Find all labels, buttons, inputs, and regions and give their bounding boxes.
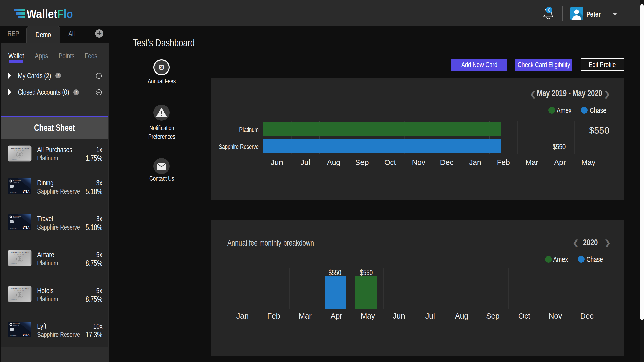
svg-text:VISA: VISA [23,190,30,193]
svg-text:PLATINUM: PLATINUM [15,149,25,151]
svg-text:RESERVE: RESERVE [13,217,19,219]
svg-text:AMERICAN EXPRESS: AMERICAN EXPRESS [11,288,29,290]
svg-text:PLATINUM: PLATINUM [15,290,25,291]
svg-text:SAPPHIRE: SAPPHIRE [13,215,21,217]
svg-text:C F FROST: C F FROST [11,263,17,265]
svg-text:E. GARRETT: E. GARRETT [10,227,17,229]
svg-text:AMERICAN EXPRESS: AMERICAN EXPRESS [11,147,29,149]
svg-text:VISA: VISA [23,333,30,337]
svg-text:AMERICAN EXPRESS: AMERICAN EXPRESS [11,252,29,254]
svg-text:E. GARRETT: E. GARRETT [10,191,17,193]
svg-text:C F FROST: C F FROST [11,159,17,160]
svg-text:C F FROST: C F FROST [11,299,17,301]
svg-text:RESERVE: RESERVE [13,181,19,183]
svg-text:0: 0 [548,8,550,13]
svg-text:SAPPHIRE: SAPPHIRE [13,179,21,181]
svg-text:RESERVE: RESERVE [13,325,19,326]
svg-text:SAPPHIRE: SAPPHIRE [13,323,21,324]
svg-text:PLATINUM: PLATINUM [15,254,25,255]
svg-text:$: $ [160,65,163,70]
svg-text:VISA: VISA [23,226,30,229]
svg-text:E. GARRETT: E. GARRETT [10,335,17,336]
